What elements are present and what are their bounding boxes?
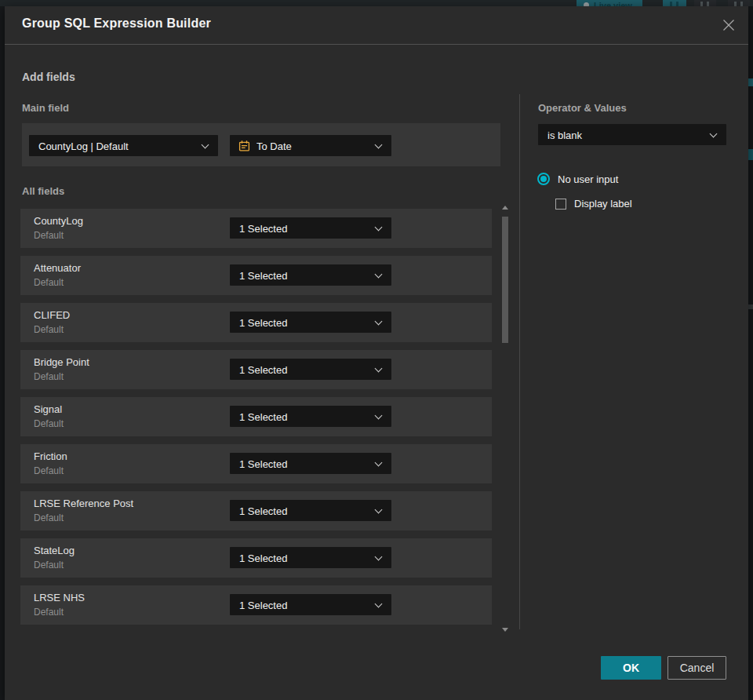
chevron-down-icon (202, 140, 209, 148)
background-app-strip: Live view (0, 0, 753, 6)
field-row-lrse-reference-post: LRSE Reference Post Default 1 Selected (20, 491, 492, 530)
field-selected-dropdown[interactable]: 1 Selected (230, 453, 391, 474)
date-granularity-select[interactable]: To Date (230, 135, 391, 156)
chevron-down-icon (375, 140, 383, 148)
field-subtitle: Default (34, 607, 64, 618)
selected-count: 1 Selected (239, 410, 287, 422)
close-icon (721, 17, 737, 33)
chevron-down-icon (375, 600, 383, 607)
group-sql-expression-builder-dialog: Group SQL Expression Builder Add fields … (5, 6, 748, 700)
field-row-signal: Signal Default 1 Selected (20, 397, 492, 436)
dialog-title: Group SQL Expression Builder (22, 16, 211, 31)
selected-count: 1 Selected (239, 458, 287, 469)
cancel-button[interactable]: Cancel (668, 656, 726, 680)
add-fields-heading: Add fields (22, 71, 75, 83)
ok-button[interactable]: OK (601, 656, 661, 680)
operator-select[interactable]: is blank (538, 124, 726, 145)
field-row-lrse-nhs: LRSE NHS Default 1 Selected (20, 585, 492, 625)
selected-count: 1 Selected (239, 222, 287, 234)
field-name: Friction (34, 450, 67, 462)
field-selected-dropdown[interactable]: 1 Selected (230, 594, 391, 615)
checkbox-unchecked-icon (555, 199, 566, 210)
field-subtitle: Default (34, 230, 64, 241)
chevron-down-icon (375, 505, 383, 513)
close-button[interactable] (718, 15, 739, 35)
chevron-down-icon (375, 364, 383, 372)
field-subtitle: Default (34, 465, 64, 476)
chevron-down-icon (375, 552, 383, 560)
selected-count: 1 Selected (239, 316, 287, 328)
field-row-attenuator: Attenuator Default 1 Selected (20, 256, 492, 295)
main-field-panel: CountyLog | Default To Date (22, 123, 500, 166)
field-name: Signal (34, 403, 62, 415)
field-selected-dropdown[interactable]: 1 Selected (230, 217, 391, 239)
background-app-edge (748, 6, 753, 700)
field-subtitle: Default (34, 277, 64, 288)
selected-count: 1 Selected (239, 269, 287, 281)
live-view-label: Live view (594, 1, 632, 6)
chevron-down-icon (375, 458, 383, 466)
operator-values-label: Operator & Values (538, 102, 627, 114)
field-selected-dropdown[interactable]: 1 Selected (230, 500, 391, 521)
background-toolbar-button[interactable] (728, 0, 750, 6)
field-row-bridge-point: Bridge Point Default 1 Selected (20, 350, 492, 389)
field-subtitle: Default (34, 560, 64, 571)
selected-count: 1 Selected (239, 505, 287, 516)
field-selected-dropdown[interactable]: 1 Selected (230, 547, 391, 568)
calendar-icon (238, 140, 250, 151)
selected-count: 1 Selected (239, 363, 287, 375)
background-fragment (748, 304, 753, 309)
main-field-label: Main field (22, 102, 69, 114)
all-fields-label: All fields (22, 185, 64, 197)
chevron-down-icon (375, 270, 383, 278)
column-divider (519, 94, 520, 629)
scroll-up-icon[interactable] (502, 206, 508, 210)
field-row-statelog: StateLog Default 1 Selected (20, 538, 492, 578)
field-row-clifed: CLIFED Default 1 Selected (20, 303, 492, 342)
all-fields-scrollbar[interactable] (502, 204, 509, 636)
date-granularity-value: To Date (256, 140, 292, 151)
field-name: CLIFED (34, 309, 70, 321)
field-row-countylog: CountyLog Default 1 Selected (20, 209, 492, 248)
main-field-select-value: CountyLog | Default (38, 140, 129, 151)
radio-selected-icon (537, 173, 550, 185)
no-user-input-label: No user input (558, 173, 618, 185)
chevron-down-icon (375, 223, 383, 231)
display-label-checkbox[interactable]: Display label (555, 198, 632, 210)
field-name: LRSE NHS (34, 592, 85, 603)
background-fragment (748, 149, 753, 160)
chevron-down-icon (710, 129, 718, 137)
field-selected-dropdown[interactable]: 1 Selected (230, 312, 391, 333)
field-subtitle: Default (34, 512, 64, 523)
field-selected-dropdown[interactable]: 1 Selected (230, 264, 391, 286)
display-label-label: Display label (574, 198, 632, 210)
pause-button[interactable] (663, 0, 686, 6)
scroll-down-icon[interactable] (502, 628, 508, 632)
selected-count: 1 Selected (239, 599, 287, 611)
field-row-friction: Friction Default 1 Selected (20, 444, 492, 483)
field-name: StateLog (34, 545, 75, 556)
field-subtitle: Default (34, 418, 64, 429)
dialog-header: Group SQL Expression Builder (5, 6, 748, 45)
chevron-down-icon (375, 411, 383, 419)
main-field-select[interactable]: CountyLog | Default (29, 135, 218, 156)
live-view-button[interactable]: Live view (577, 0, 642, 6)
field-selected-dropdown[interactable]: 1 Selected (230, 406, 391, 427)
no-user-input-radio[interactable]: No user input (537, 173, 618, 185)
background-fragment (748, 78, 753, 86)
radio-dot (540, 176, 547, 182)
field-name: Bridge Point (34, 356, 89, 368)
field-name: LRSE Reference Post (34, 498, 133, 509)
scrollbar-thumb[interactable] (502, 217, 508, 343)
operator-select-value: is blank (547, 129, 582, 140)
field-selected-dropdown[interactable]: 1 Selected (230, 359, 391, 380)
chevron-down-icon (375, 317, 383, 325)
selected-count: 1 Selected (239, 552, 287, 563)
field-subtitle: Default (34, 371, 64, 382)
field-name: Attenuator (34, 262, 81, 274)
background-toolbar-button[interactable] (694, 0, 716, 6)
field-subtitle: Default (34, 324, 64, 335)
field-name: CountyLog (34, 215, 83, 227)
